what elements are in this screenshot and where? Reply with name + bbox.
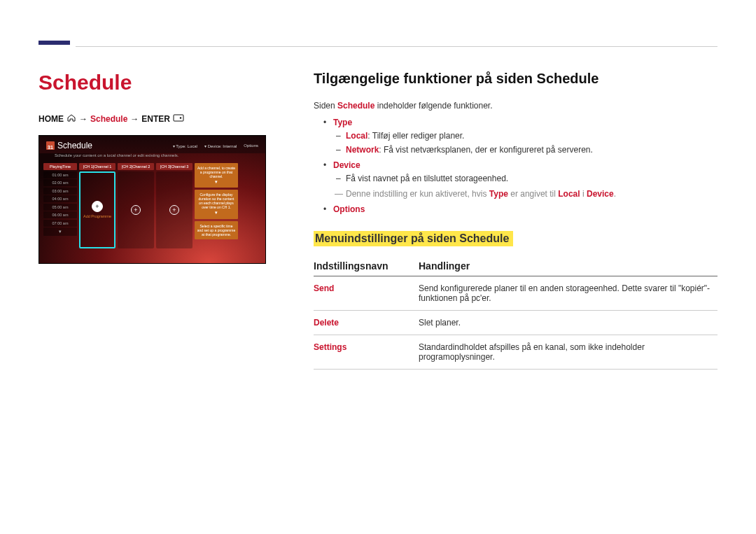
option-name: Delete bbox=[314, 311, 419, 335]
feature-type-local: Local: Tilføj eller rediger planer. bbox=[333, 130, 718, 142]
breadcrumb-enter: ENTER bbox=[141, 114, 170, 124]
preview-time-slot: 07:00 am bbox=[43, 220, 77, 227]
preview-time-scroll-down[interactable]: ▾ bbox=[43, 227, 77, 236]
table-row: Send Send konfigurerede planer til en an… bbox=[314, 276, 718, 311]
preview-add-programme: Add Programme bbox=[83, 214, 111, 218]
svg-point-1 bbox=[180, 117, 181, 118]
add-icon[interactable]: + bbox=[169, 205, 179, 215]
option-action: Standardindholdet afspilles på en kanal,… bbox=[419, 335, 718, 370]
preview-time-slot: 06:00 am bbox=[43, 211, 77, 218]
preview-title: 31 Schedule bbox=[46, 141, 92, 150]
option-name: Settings bbox=[314, 335, 419, 370]
schedule-ui-preview: 31 Schedule ▾ Type: Local ▾ Device: Inte… bbox=[38, 135, 266, 264]
preview-subtitle: Schedule your content on a local channel… bbox=[39, 153, 265, 160]
sub-heading: Menuindstillinger på siden Schedule bbox=[314, 231, 513, 246]
add-icon[interactable]: + bbox=[92, 201, 103, 212]
preview-channel-lane[interactable]: + bbox=[156, 171, 192, 249]
preview-tip-card: Select a specific time and set up a prog… bbox=[195, 221, 238, 239]
table-header-name: Indstillingsnavn bbox=[314, 256, 419, 276]
feature-options: Options bbox=[314, 204, 718, 214]
feature-device-note: Denne indstilling er kun aktiveret, hvis… bbox=[333, 188, 718, 200]
preview-time-slot: 01:00 am bbox=[43, 171, 77, 178]
enter-icon bbox=[173, 114, 184, 124]
preview-channel-header: [CH 2]Channel 2 bbox=[118, 163, 154, 170]
preview-channel-header: [CH 1]Channel 1 bbox=[79, 163, 115, 170]
svg-rect-0 bbox=[174, 115, 183, 121]
option-name: Send bbox=[314, 276, 419, 311]
preview-time-slot: 02:00 am bbox=[43, 179, 77, 186]
header-divider bbox=[76, 46, 718, 47]
breadcrumb-home: HOME bbox=[38, 114, 64, 124]
preview-time-slot: 04:00 am bbox=[43, 195, 77, 202]
preview-tip-card: Add a channel, to create a programme on … bbox=[195, 163, 238, 188]
feature-device: Device Få vist navnet på en tilsluttet s… bbox=[314, 160, 718, 201]
preview-time-slot: 03:00 am bbox=[43, 188, 77, 195]
table-header-action: Handlinger bbox=[419, 256, 718, 276]
calendar-icon: 31 bbox=[46, 141, 55, 150]
preview-time-header: PlayingTime bbox=[43, 163, 77, 170]
feature-type-network: Network: Få vist netværksplanen, der er … bbox=[333, 144, 718, 156]
option-action: Send konfigurerede planer til en anden s… bbox=[419, 276, 718, 311]
table-row: Delete Slet planer. bbox=[314, 311, 718, 335]
preview-channel-selected[interactable]: + Add Programme bbox=[79, 171, 115, 249]
options-table: Indstillingsnavn Handlinger Send Send ko… bbox=[314, 256, 718, 370]
preview-title-text: Schedule bbox=[57, 141, 92, 150]
preview-tip-card: Configure the display duration so the co… bbox=[195, 190, 238, 218]
add-icon[interactable]: + bbox=[131, 205, 141, 215]
breadcrumb-arrow: → bbox=[79, 114, 88, 124]
feature-type: Type Local: Tilføj eller rediger planer.… bbox=[314, 118, 718, 156]
header-accent bbox=[38, 41, 70, 45]
option-action: Slet planer. bbox=[419, 311, 718, 335]
preview-channel-header: [CH 3]Channel 3 bbox=[156, 163, 192, 170]
preview-device-dropdown[interactable]: ▾ Device: Internal bbox=[204, 143, 237, 148]
preview-type-dropdown[interactable]: ▾ Type: Local bbox=[173, 143, 197, 148]
preview-channel-lane[interactable]: + bbox=[118, 171, 154, 249]
breadcrumb-arrow: → bbox=[130, 114, 139, 124]
preview-options-button[interactable]: Options bbox=[244, 143, 258, 148]
page-title: Schedule bbox=[38, 71, 266, 94]
breadcrumb-schedule: Schedule bbox=[90, 114, 127, 124]
section-heading: Tilgængelige funktioner på siden Schedul… bbox=[314, 71, 718, 87]
home-icon bbox=[66, 114, 76, 124]
table-row: Settings Standardindholdet afspilles på … bbox=[314, 335, 718, 370]
feature-device-line: Få vist navnet på en tilsluttet storagee… bbox=[333, 173, 718, 185]
intro-text: Siden Schedule indeholder følgende funkt… bbox=[314, 99, 718, 112]
preview-time-slot: 05:00 am bbox=[43, 204, 77, 211]
breadcrumb: HOME → Schedule → ENTER bbox=[38, 114, 266, 124]
